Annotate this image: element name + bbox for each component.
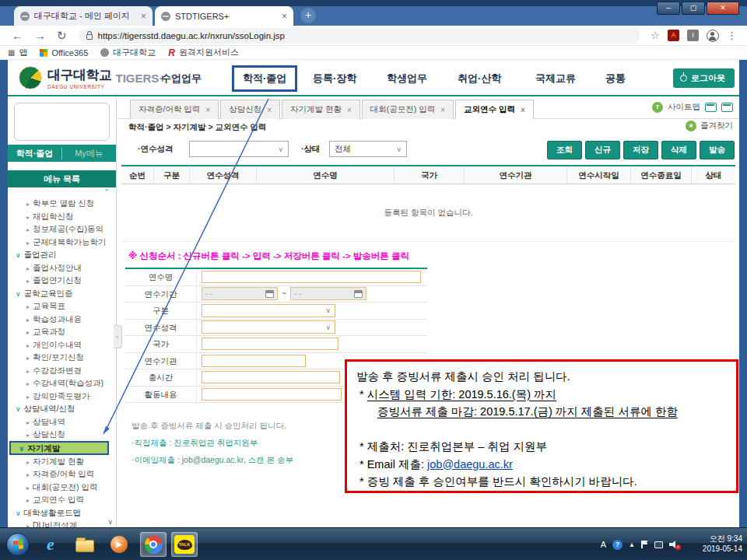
close-icon[interactable]: × [141, 11, 146, 22]
minimize-button[interactable]: ─ [657, 2, 680, 15]
language-icon[interactable]: A [601, 540, 606, 549]
calendar-icon[interactable] [265, 290, 274, 298]
email-link[interactable]: job@daegu.ac.kr [427, 458, 513, 471]
category-select[interactable]: ∨ [202, 304, 335, 317]
status-select[interactable]: 전체∨ [329, 141, 407, 157]
url-text[interactable]: https://tigersstd.daegu.ac.kr/nxrun/ssoL… [98, 31, 285, 40]
university-logo[interactable]: 대구대학교 DAEGU UNIVERSITY TIGERS+ [19, 66, 166, 89]
close-icon[interactable]: × [440, 106, 445, 114]
close-icon[interactable]: × [282, 11, 287, 22]
sidebar-collapse-handle[interactable]: ‹ [114, 325, 122, 348]
nav-registration-scholarship[interactable]: 등록·장학 [313, 72, 356, 86]
sidebar-item-personal-record[interactable]: ▸개인이수내역 [8, 338, 116, 352]
nav-student-affairs[interactable]: 학생업무 [387, 72, 427, 86]
save-button[interactable]: 저장 [623, 141, 658, 159]
menu-collapse-icon[interactable]: ⌃ [8, 187, 116, 197]
sidebar-item-curriculum[interactable]: ▸교육과정 [8, 325, 116, 338]
training-name-input[interactable] [202, 271, 421, 283]
action-flag-icon[interactable] [641, 541, 648, 548]
workspace-tab[interactable]: 대회(공모전) 입력× [362, 100, 454, 119]
bookmark-daegu-univ[interactable]: 대구대학교 [100, 47, 156, 58]
bookmark-office365[interactable]: Office365 [40, 48, 88, 58]
pdf-extension-icon[interactable]: A [668, 30, 679, 41]
country-input[interactable] [202, 338, 338, 350]
close-icon[interactable]: × [347, 106, 352, 114]
new-tab-button[interactable]: + [300, 8, 316, 23]
sidebar-scroll-down-icon[interactable]: ∨ [107, 518, 113, 526]
sidebar-group-counseling[interactable]: ∨상담내역/신청 [8, 402, 116, 415]
bookmark-star-icon[interactable]: ☆ [651, 30, 660, 41]
workspace-tab[interactable]: 자기계발 현황× [282, 100, 360, 119]
profile-icon[interactable] [707, 30, 719, 42]
sidebar-group-campus-roadmap[interactable]: ∨대학생활로드맵 [8, 506, 116, 520]
back-button[interactable]: ← [12, 29, 23, 42]
training-type-select[interactable]: ∨ [189, 141, 289, 157]
end-date-input[interactable]: - - [290, 287, 366, 300]
sidebar-item-graduation-delay[interactable]: ▸졸업연기신청 [8, 274, 116, 287]
window-stack-icon[interactable] [654, 541, 663, 548]
hidden-icons-arrow[interactable]: ▲ [629, 541, 635, 548]
nav-common[interactable]: 공통 [605, 72, 626, 86]
workspace-tab[interactable]: 상담신청× [220, 100, 280, 119]
search-button[interactable]: 조회 [547, 141, 582, 159]
workspace-tab-active[interactable]: 교외연수 입력× [455, 100, 534, 119]
taskbar-clock[interactable]: 오전 9:34 2019-05-14 [703, 534, 742, 554]
nav-employment-industry[interactable]: 취업·산학 [458, 72, 501, 86]
close-icon[interactable]: × [267, 106, 272, 114]
window-open-icon[interactable] [721, 103, 733, 112]
bookmark-apps[interactable]: ▦앱 [8, 47, 27, 58]
sidebar-item-parent-view[interactable]: ▸학부모 열람 신청 [8, 197, 116, 210]
sitemap-label[interactable]: 사이트맵 [668, 102, 700, 113]
sidebar-item-edu-goal[interactable]: ▸교육목표 [8, 299, 116, 313]
sidebar-item-counsel-history[interactable]: ▸상담내역 [8, 415, 116, 429]
activity-input[interactable] [202, 388, 342, 401]
nav-academic-graduation[interactable]: 학적·졸업 [232, 65, 297, 92]
close-icon[interactable]: × [521, 106, 525, 114]
sidebar-item-course-change[interactable]: ▸수강강좌변경 [8, 364, 116, 377]
refresh-button[interactable]: ↻ [57, 29, 67, 43]
sidebar-item-counsel-apply[interactable]: ▸상담신청 [8, 428, 116, 441]
close-icon[interactable]: × [205, 106, 210, 114]
menu-dots-icon[interactable]: ⋮ [727, 30, 737, 41]
sidebar-item-course-history[interactable]: ▸수강내역(학습성과) [8, 376, 116, 390]
sidebar-tab-mymenu[interactable]: My메뉴 [62, 148, 116, 159]
ie-taskbar-button[interactable]: e [37, 532, 64, 557]
start-button[interactable] [6, 533, 30, 556]
help-icon[interactable]: ? [612, 540, 622, 550]
training-type-form-select[interactable]: ∨ [202, 320, 335, 334]
sidebar-item-info-consent[interactable]: ▸정보제공(수집)동의 [8, 222, 116, 236]
sidebar-item-military-return[interactable]: ▸군제대복학가능학기 [8, 236, 116, 249]
extension-icon[interactable]: I [687, 30, 699, 41]
sidebar-item-self-dev-status[interactable]: ▸자기계발 현황 [8, 455, 116, 468]
sidebar-item-learning-outcome[interactable]: ▸학습성과내용 [8, 313, 116, 326]
chrome-taskbar-button[interactable] [140, 532, 167, 557]
new-button[interactable]: 신규 [585, 141, 620, 159]
sidebar-item-license-language[interactable]: ▸자격증/어학 입력 [8, 467, 116, 481]
total-hours-input[interactable] [202, 371, 340, 383]
calendar-icon[interactable] [354, 290, 363, 298]
window-open-icon[interactable] [705, 103, 717, 112]
sidebar-group-graduation[interactable]: ∨졸업관리 [8, 248, 116, 261]
media-player-taskbar-button[interactable]: ▶ [106, 532, 132, 557]
nav-classes[interactable]: 수업업무 [161, 72, 202, 86]
sidebar-item-contest-entry[interactable]: ▸대회(공모전) 입력 [8, 481, 116, 494]
send-button[interactable]: 발송 [700, 141, 735, 159]
close-button[interactable]: ✕ [707, 2, 739, 15]
sidebar-item-lecture-satisfaction[interactable]: ▸강의만족도평가 [8, 390, 116, 403]
address-bar[interactable]: https://tigersstd.daegu.ac.kr/nxrun/ssoL… [79, 28, 641, 44]
start-date-input[interactable]: - - [202, 287, 278, 300]
favorites-area[interactable]: ★ 즐겨찾기 [686, 121, 733, 131]
delete-button[interactable]: 삭제 [661, 141, 696, 159]
forward-button[interactable]: → [34, 29, 46, 42]
sidebar-group-self-development[interactable]: ∨자기계발 [9, 441, 109, 455]
browser-tab-active[interactable]: STDTIGERS+ × [155, 6, 293, 26]
kakaotalk-taskbar-button[interactable]: TALK [171, 532, 198, 557]
nav-international-exchange[interactable]: 국제교류 [535, 72, 576, 86]
maximize-button[interactable]: ▢ [682, 2, 705, 15]
sidebar-item-external-training[interactable]: ▸교외연수 입력 [8, 493, 116, 506]
sidebar-tab-academic[interactable]: 학적·졸업 [8, 148, 62, 159]
logout-button[interactable]: 로그아웃 [673, 68, 735, 88]
volume-muted-icon[interactable]: × [669, 541, 679, 548]
sidebar-group-engineering-cert[interactable]: ∨공학교육인증 [8, 287, 116, 300]
browser-tab[interactable]: 대구대학교 - 메인 페이지 × [14, 6, 153, 26]
